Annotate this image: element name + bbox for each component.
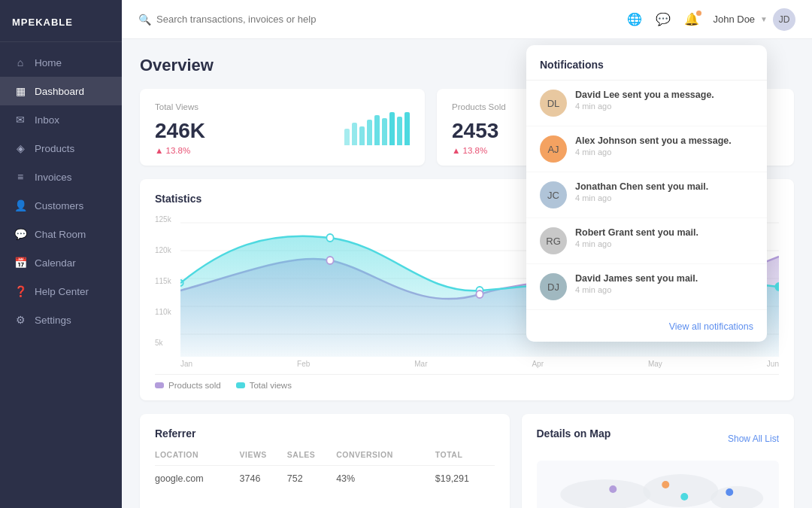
calendar-icon: 📅 (14, 257, 27, 269)
x-label-jan: Jan (180, 360, 192, 368)
notif-action-0: sent you a message. (623, 90, 714, 100)
chevron-down-icon: ▼ (760, 15, 768, 23)
y-label-0: 125k (155, 215, 171, 224)
legend-label-products: Products sold (168, 381, 221, 390)
view-all-notifications[interactable]: View all notifications (669, 321, 753, 332)
notif-action-1: sent you a message. (639, 135, 731, 146)
notif-time-4: 4 min ago (575, 285, 698, 294)
search-icon: 🔍 (138, 14, 151, 26)
avatar: JD (773, 8, 795, 31)
sidebar-label-help-center: Help Center (35, 286, 89, 297)
globe-icon[interactable]: 🌐 (627, 12, 642, 26)
chart-legend: Products sold Total views (155, 374, 779, 390)
notif-avatar-2: JC (540, 181, 567, 208)
sidebar-label-home: Home (35, 57, 62, 68)
map-card: Details on Map Show All List (522, 414, 795, 508)
x-label-may: May (648, 360, 662, 368)
notif-content-1: Alex Johnson sent you a message. 4 min a… (575, 135, 732, 157)
notif-name-4: David James (575, 273, 632, 284)
sidebar-label-products: Products (35, 143, 74, 154)
chat-icon: 💬 (14, 228, 27, 240)
sidebar-item-inbox[interactable]: ✉ Inbox (0, 105, 122, 134)
notif-avatar-1: AJ (540, 135, 567, 163)
legend-dot-products (155, 382, 164, 388)
notif-name-0: David Lee (575, 90, 620, 100)
stat-card-total-views: Total Views 246K ▲ 13.8% (140, 89, 425, 166)
svg-point-17 (662, 481, 669, 488)
col-location: LOCATION (155, 450, 240, 466)
bell-icon[interactable]: 🔔 (684, 12, 699, 26)
stat-card-left: Total Views 246K ▲ 13.8% (155, 102, 205, 155)
sidebar-item-help-center[interactable]: ❓ Help Center (0, 277, 122, 306)
sidebar-item-customers[interactable]: 👤 Customers (0, 191, 122, 220)
svg-point-13 (560, 479, 650, 508)
sidebar-item-chat-room[interactable]: 💬 Chat Room (0, 220, 122, 248)
notif-time-1: 4 min ago (575, 148, 732, 157)
sidebar-item-settings[interactable]: ⚙ Settings (0, 306, 122, 334)
notif-content-2: Jonathan Chen sent you mail. 4 min ago (575, 181, 708, 202)
search-input[interactable] (156, 14, 352, 25)
chat-bubble-icon[interactable]: 💬 (656, 12, 671, 26)
sidebar-label-inbox: Inbox (35, 114, 59, 126)
cell-conversion: 43% (336, 466, 435, 485)
stat-label-products-sold: Products Sold (452, 102, 506, 111)
sidebar-item-calendar[interactable]: 📅 Calendar (0, 248, 122, 277)
notif-item-0: DL David Lee sent you a message. 4 min a… (526, 81, 767, 126)
map-svg (537, 461, 780, 508)
x-label-jun: Jun (767, 360, 779, 368)
notif-name-2: Jonathan Chen (575, 181, 643, 192)
notif-content-3: Robert Grant sent you mail. 4 min ago (575, 227, 698, 248)
sidebar-item-products[interactable]: ◈ Products (0, 134, 122, 163)
cell-location: google.com (155, 466, 240, 485)
notif-text-0: David Lee sent you a message. (575, 90, 714, 100)
referrer-table: LOCATION VIEWS SALES CONVERSION TOTAL go… (155, 450, 495, 484)
notif-avatar-4: DJ (540, 273, 567, 300)
notif-footer: View all notifications (526, 310, 767, 342)
notif-time-0: 4 min ago (575, 102, 714, 111)
table-header-row: LOCATION VIEWS SALES CONVERSION TOTAL (155, 450, 495, 466)
svg-point-16 (609, 485, 617, 493)
col-views: VIEWS (240, 450, 287, 466)
notif-action-3: sent you mail. (636, 227, 698, 238)
cell-views: 3746 (240, 466, 287, 485)
notifications-panel: Notifications DL David Lee sent you a me… (526, 45, 767, 342)
y-label-1: 120k (155, 246, 171, 254)
svg-point-10 (326, 257, 333, 264)
inbox-icon: ✉ (14, 114, 27, 126)
notif-avatar-0: DL (540, 90, 567, 117)
y-axis-labels: 125k 120k 115k 110k 5k (155, 215, 171, 347)
show-all-button[interactable]: Show All List (728, 433, 779, 444)
notif-item-4: DJ David James sent you mail. 4 min ago (526, 264, 767, 310)
sidebar-item-invoices[interactable]: ≡ Invoices (0, 163, 122, 191)
help-icon: ❓ (14, 285, 27, 297)
sidebar: MPEKABLE ⌂ Home ▦ Dashboard ✉ Inbox ◈ Pr… (0, 0, 122, 508)
notif-text-4: David James sent you mail. (575, 273, 698, 284)
sidebar-label-dashboard: Dashboard (35, 86, 84, 97)
y-label-2: 115k (155, 277, 171, 285)
map-section-header: Details on Map Show All List (537, 427, 780, 450)
x-label-mar: Mar (414, 360, 427, 368)
table-row: google.com 3746 752 43% $19,291 (155, 466, 495, 485)
stat-change-products-sold: ▲ 13.8% (452, 146, 506, 155)
bottom-row: Referrer LOCATION VIEWS SALES CONVERSION… (140, 414, 794, 508)
sidebar-item-home[interactable]: ⌂ Home (0, 48, 122, 77)
notif-name-1: Alex Johnson (575, 135, 637, 146)
svg-point-19 (726, 488, 733, 496)
topbar-icons: 🌐 💬 🔔 John Doe ▼ JD (627, 8, 795, 31)
notif-item-3: RG Robert Grant sent you mail. 4 min ago (526, 218, 767, 264)
sidebar-label-invoices: Invoices (35, 172, 72, 183)
sidebar-item-dashboard[interactable]: ▦ Dashboard (0, 77, 122, 105)
user-menu[interactable]: John Doe ▼ JD (713, 8, 795, 31)
legend-products-sold: Products sold (155, 381, 221, 390)
search-wrap: 🔍 (138, 14, 618, 26)
notif-time-2: 4 min ago (575, 193, 708, 202)
x-label-feb: Feb (297, 360, 310, 368)
svg-point-18 (680, 493, 688, 500)
notif-name-3: Robert Grant (575, 227, 633, 238)
stat-change-views: ▲ 13.8% (155, 146, 205, 155)
sidebar-logo: MPEKABLE (0, 0, 122, 42)
dashboard-icon: ▦ (14, 85, 27, 97)
x-axis-labels: Jan Feb Mar Apr May Jun (180, 360, 779, 368)
stat-value-views: 246K (155, 119, 205, 143)
legend-dot-views (236, 382, 245, 388)
